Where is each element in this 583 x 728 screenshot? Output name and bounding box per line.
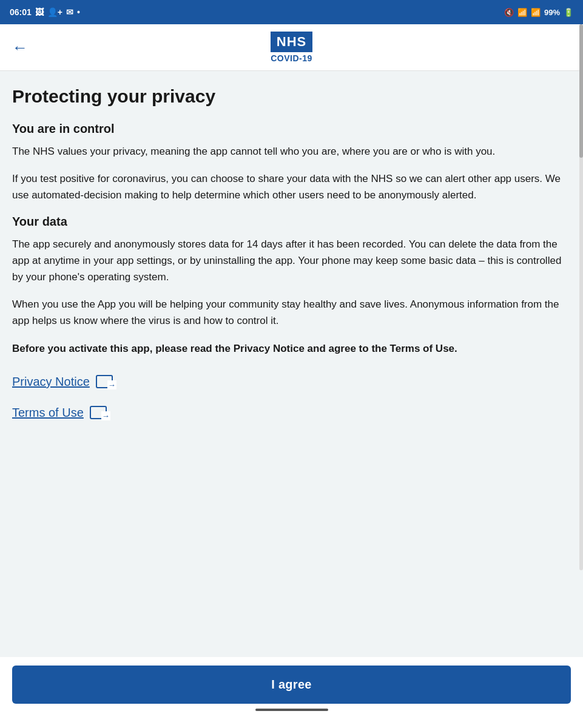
paragraph-stores-data: The app securely and anonymously stores … (12, 236, 571, 286)
terms-of-use-external-icon (90, 406, 107, 419)
status-left: 06:01 🖼 👤+ ✉ • (10, 7, 80, 17)
wifi-icon: 📶 (517, 8, 527, 17)
privacy-notice-external-icon (96, 375, 113, 388)
scrollbar-track[interactable] (579, 24, 583, 570)
nav-bar: ← NHS COVID-19 (0, 24, 583, 71)
back-button[interactable]: ← (12, 39, 28, 55)
terms-of-use-label: Terms of Use (12, 406, 84, 420)
battery-percent: 99% (544, 8, 560, 17)
home-indicator (255, 709, 328, 711)
terms-of-use-link[interactable]: Terms of Use (12, 406, 571, 420)
paragraph-test-positive: If you test positive for coronavirus, yo… (12, 170, 571, 203)
privacy-notice-link[interactable]: Privacy Notice (12, 375, 571, 389)
message-icon: ✉ (66, 7, 73, 17)
scrollbar-thumb[interactable] (579, 24, 583, 158)
nhs-badge: NHS (271, 32, 312, 52)
bottom-bar: I agree (0, 657, 583, 728)
call-to-action-text: Before you activate this app, please rea… (12, 340, 571, 357)
page-title: Protecting your privacy (12, 86, 571, 107)
section-you-are-in-control: You are in control The NHS values your p… (12, 122, 571, 204)
privacy-notice-label: Privacy Notice (12, 375, 90, 389)
section-heading-data: Your data (12, 215, 571, 229)
status-time: 06:01 (10, 7, 32, 17)
photo-icon: 🖼 (35, 7, 44, 17)
person-add-icon: 👤+ (47, 7, 62, 17)
agree-button[interactable]: I agree (12, 666, 571, 704)
status-right: 🔇 📶 📶 99% 🔋 (504, 8, 573, 17)
status-bar: 06:01 🖼 👤+ ✉ • 🔇 📶 📶 99% 🔋 (0, 0, 583, 24)
section-your-data: Your data The app securely and anonymous… (12, 215, 571, 329)
battery-icon: 🔋 (564, 8, 573, 17)
nhs-covid-label: COVID-19 (271, 53, 312, 63)
paragraph-community: When you use the App you will be helping… (12, 296, 571, 329)
section-heading-control: You are in control (12, 122, 571, 136)
signal-icon: 📶 (531, 8, 541, 17)
paragraph-privacy-values: The NHS values your privacy, meaning the… (12, 143, 571, 160)
dot-icon: • (77, 7, 80, 17)
mute-icon: 🔇 (504, 8, 514, 17)
main-content: Protecting your privacy You are in contr… (0, 71, 583, 534)
nhs-logo: NHS COVID-19 (271, 32, 312, 63)
